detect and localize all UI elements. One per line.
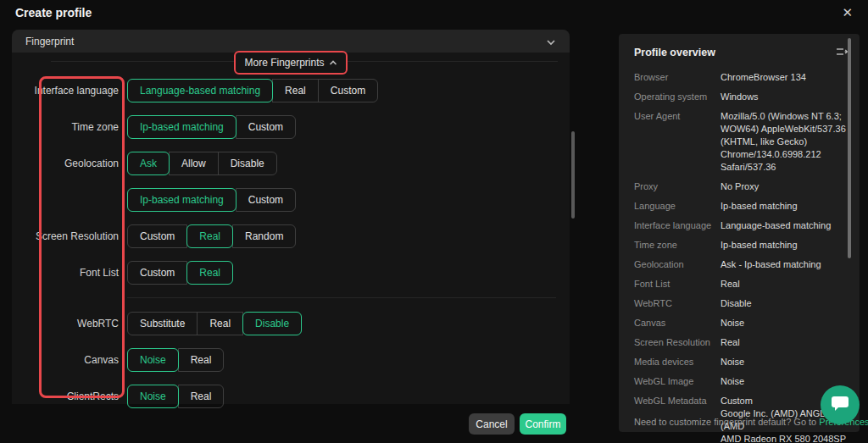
- overview-row: GeolocationAsk - Ip-based matching: [634, 258, 848, 271]
- option-button[interactable]: Ip-based matching: [127, 115, 236, 139]
- option-button[interactable]: Language-based matching: [127, 79, 273, 102]
- overview-label: WebGL Image: [634, 375, 712, 388]
- overview-label: Media devices: [634, 356, 712, 368]
- more-fingerprints-button[interactable]: More Fingerprints: [237, 54, 343, 71]
- fingerprint-row: ClientRectsNoiseReal: [12, 385, 570, 408]
- overview-row: Media devicesNoise: [634, 356, 848, 368]
- overview-label: Time zone: [634, 239, 712, 252]
- overview-value: Language-based matching: [721, 219, 848, 232]
- more-fingerprints-label: More Fingerprints: [244, 57, 324, 69]
- option-button[interactable]: Noise: [127, 385, 179, 408]
- fingerprint-section-title: Fingerprint: [25, 36, 74, 47]
- option-button[interactable]: Disable: [218, 152, 277, 175]
- overview-label: Geolocation: [634, 258, 712, 271]
- overview-label: Screen Resolution: [634, 336, 712, 349]
- divider: [127, 297, 556, 298]
- overview-row: BrowserChromeBrowser 134: [634, 71, 848, 84]
- overview-label: User Agent: [634, 110, 712, 174]
- fingerprint-row: WebRTCSubstituteRealDisable: [12, 312, 570, 335]
- option-button-group: CustomRealRandom: [127, 224, 296, 248]
- overview-label: Language: [634, 200, 712, 213]
- overview-row: Time zoneIp-based matching: [634, 239, 848, 252]
- option-button[interactable]: Random: [232, 224, 296, 248]
- option-button[interactable]: Ask: [127, 152, 170, 175]
- overview-label: Font List: [634, 278, 712, 291]
- chevron-up-icon: [329, 57, 337, 69]
- overview-label: Interface language: [634, 219, 712, 232]
- chat-bubble-icon: [831, 395, 849, 415]
- row-label: Canvas: [12, 354, 119, 366]
- overview-row: Screen ResolutionReal: [634, 336, 848, 349]
- option-button[interactable]: Custom: [127, 261, 187, 285]
- option-button-group: NoiseReal: [127, 348, 224, 372]
- fingerprint-row: GeolocationAskAllowDisable: [12, 152, 570, 175]
- option-button[interactable]: Real: [178, 385, 225, 408]
- overview-row: User AgentMozilla/5.0 (Windows NT 6.3; W…: [634, 110, 848, 174]
- profile-overview-title: Profile overview: [634, 47, 715, 58]
- row-label: WebRTC: [12, 318, 119, 329]
- option-button[interactable]: Allow: [169, 152, 219, 175]
- overview-scrollbar[interactable]: [848, 38, 851, 258]
- overview-row: CanvasNoise: [634, 317, 848, 329]
- overview-label: Browser: [634, 71, 712, 84]
- overview-label: Canvas: [634, 317, 712, 329]
- overview-value: Noise: [721, 356, 848, 368]
- overview-value: Ip-based matching: [721, 200, 848, 213]
- row-label: Geolocation: [12, 158, 119, 169]
- option-button-group: SubstituteRealDisable: [127, 312, 302, 335]
- overview-value: Real: [721, 336, 848, 349]
- overview-value: Noise: [721, 375, 848, 388]
- option-button[interactable]: Real: [186, 261, 233, 285]
- option-button-group: NoiseReal: [127, 385, 224, 408]
- option-button-group: AskAllowDisable: [127, 152, 277, 175]
- overview-value: ChromeBrowser 134: [721, 71, 848, 84]
- option-button[interactable]: Substitute: [127, 312, 198, 335]
- option-button[interactable]: Custom: [318, 79, 378, 102]
- overview-row: ProxyNo Proxy: [634, 180, 848, 193]
- fingerprint-row: Font ListCustomReal: [12, 261, 570, 285]
- option-button[interactable]: Custom: [127, 224, 187, 248]
- option-button[interactable]: Disable: [242, 312, 302, 335]
- option-button[interactable]: Real: [197, 312, 243, 335]
- option-button[interactable]: Custom: [236, 115, 296, 139]
- row-label: Time zone: [12, 121, 119, 133]
- chat-widget-button[interactable]: [821, 385, 860, 424]
- annotation-box-more-fingerprints: More Fingerprints: [234, 51, 347, 75]
- option-button[interactable]: Real: [272, 79, 319, 102]
- fingerprint-row: CanvasNoiseReal: [12, 348, 570, 372]
- overview-row: Interface languageLanguage-based matchin…: [634, 219, 848, 232]
- fingerprint-row: Ip-based matchingCustom: [12, 188, 570, 212]
- option-button-group: Language-based matchingRealCustom: [127, 79, 378, 102]
- option-button[interactable]: Real: [178, 348, 225, 372]
- close-icon[interactable]: ✕: [842, 5, 853, 20]
- fingerprint-rows: Interface languageLanguage-based matchin…: [12, 79, 570, 421]
- cancel-button[interactable]: Cancel: [469, 413, 515, 435]
- option-button[interactable]: Custom: [236, 188, 296, 212]
- overview-label: WebRTC: [634, 297, 712, 310]
- overview-value: Mozilla/5.0 (Windows NT 6.3; WOW64) Appl…: [721, 110, 848, 174]
- overview-row: Operating systemWindows: [634, 91, 848, 103]
- option-button-group: CustomReal: [127, 261, 233, 285]
- fingerprint-scrollbar[interactable]: [571, 131, 575, 219]
- chevron-down-icon: [546, 34, 556, 49]
- option-button[interactable]: Noise: [127, 348, 179, 372]
- fingerprint-accordion-header[interactable]: Fingerprint: [12, 30, 570, 53]
- overview-value: Disable: [721, 297, 848, 310]
- page-title: Create profile: [15, 6, 92, 19]
- collapse-panel-icon[interactable]: [836, 45, 848, 60]
- fingerprint-panel: Fingerprint More Fingerprints Interface …: [12, 30, 570, 404]
- option-button[interactable]: Real: [186, 224, 233, 248]
- note-text: Need to customize fingerprint default? G…: [634, 417, 819, 427]
- overview-value: Ask - Ip-based matching: [721, 258, 848, 271]
- overview-value: Noise: [721, 317, 848, 329]
- option-button-group: Ip-based matchingCustom: [127, 188, 296, 212]
- overview-label: Operating system: [634, 91, 712, 103]
- row-label: Font List: [12, 267, 119, 279]
- profile-overview-rows: BrowserChromeBrowser 134Operating system…: [634, 71, 848, 443]
- overview-row: WebGL ImageNoise: [634, 375, 848, 388]
- overview-row: LanguageIp-based matching: [634, 200, 848, 213]
- option-button[interactable]: Ip-based matching: [127, 188, 236, 212]
- fingerprint-row: Interface languageLanguage-based matchin…: [12, 79, 570, 102]
- confirm-button[interactable]: Confirm: [520, 413, 566, 435]
- row-label: Interface language: [12, 85, 119, 97]
